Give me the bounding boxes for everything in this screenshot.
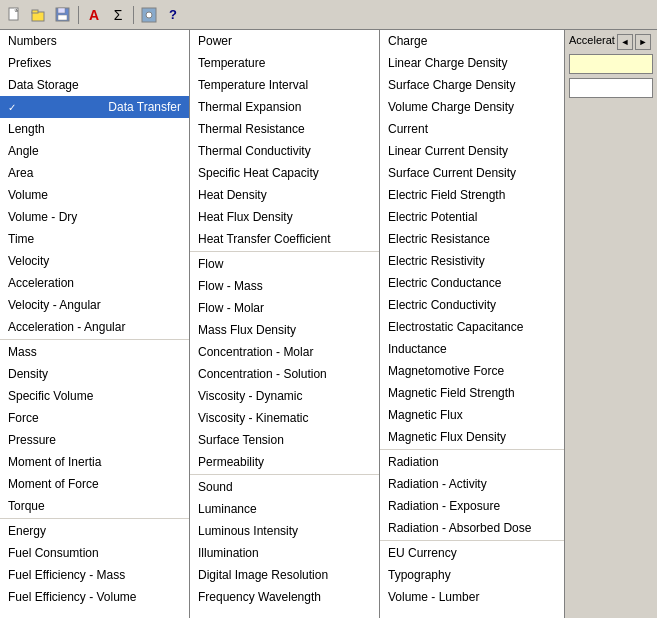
col2-item-12[interactable]: Flow - Molar [190, 297, 379, 319]
scroll-right-button[interactable]: ► [635, 34, 651, 50]
col3-item-15[interactable]: Magnetomotive Force [380, 360, 564, 382]
panel-input-1[interactable] [569, 54, 653, 74]
col1-item-4[interactable]: Length [0, 118, 189, 140]
col2-item-15[interactable]: Concentration - Solution [190, 363, 379, 385]
col3-item-1[interactable]: Linear Charge Density [380, 52, 564, 74]
col1-item-2[interactable]: Data Storage [0, 74, 189, 96]
col1-item-15[interactable]: Density [0, 363, 189, 385]
col2-item-8[interactable]: Heat Flux Density [190, 206, 379, 228]
col1-item-22[interactable]: Energy [0, 520, 189, 542]
col3-item-24[interactable]: Typography [380, 564, 564, 586]
col3-item-23[interactable]: EU Currency [380, 542, 564, 564]
col3-item-8[interactable]: Electric Potential [380, 206, 564, 228]
col2-item-20[interactable]: Sound [190, 476, 379, 498]
menu-item-label: Specific Heat Capacity [198, 166, 319, 180]
col1-menu[interactable]: NumbersPrefixesData Storage✓Data Transfe… [0, 30, 190, 618]
col3-item-18[interactable]: Magnetic Flux Density [380, 426, 564, 448]
col3-item-20[interactable]: Radiation - Activity [380, 473, 564, 495]
menu-item-label: Inductance [388, 342, 447, 356]
col1-item-23[interactable]: Fuel Consumtion [0, 542, 189, 564]
col3-item-10[interactable]: Electric Resistivity [380, 250, 564, 272]
col2-item-1[interactable]: Temperature [190, 52, 379, 74]
col1-item-24[interactable]: Fuel Efficiency - Mass [0, 564, 189, 586]
col1-item-13[interactable]: Acceleration - Angular [0, 316, 189, 338]
menu-item-label: Flow [198, 257, 223, 271]
col3-item-0[interactable]: Charge [380, 30, 564, 52]
col3-item-22[interactable]: Radiation - Absorbed Dose [380, 517, 564, 539]
col2-item-18[interactable]: Surface Tension [190, 429, 379, 451]
col3-item-12[interactable]: Electric Conductivity [380, 294, 564, 316]
col2-item-5[interactable]: Thermal Conductivity [190, 140, 379, 162]
col3-item-17[interactable]: Magnetic Flux [380, 404, 564, 426]
font-button[interactable]: A [83, 4, 105, 26]
menu-item-label: Angle [8, 144, 39, 158]
help-button[interactable]: ? [162, 4, 184, 26]
col1-item-11[interactable]: Acceleration [0, 272, 189, 294]
col1-item-5[interactable]: Angle [0, 140, 189, 162]
col3-item-3[interactable]: Volume Charge Density [380, 96, 564, 118]
col3-item-2[interactable]: Surface Charge Density [380, 74, 564, 96]
col2-item-6[interactable]: Specific Heat Capacity [190, 162, 379, 184]
col3-menu[interactable]: ChargeLinear Charge DensitySurface Charg… [380, 30, 565, 618]
col1-item-10[interactable]: Velocity [0, 250, 189, 272]
scroll-left-button[interactable]: ◄ [617, 34, 633, 50]
col1-item-0[interactable]: Numbers [0, 30, 189, 52]
col3-item-14[interactable]: Inductance [380, 338, 564, 360]
col1-item-18[interactable]: Pressure [0, 429, 189, 451]
col1-item-7[interactable]: Volume [0, 184, 189, 206]
col2-item-4[interactable]: Thermal Resistance [190, 118, 379, 140]
col1-item-14[interactable]: Mass [0, 341, 189, 363]
menu-item-label: Moment of Force [8, 477, 99, 491]
col3-item-19[interactable]: Radiation [380, 451, 564, 473]
col1-item-6[interactable]: Area [0, 162, 189, 184]
col1-item-16[interactable]: Specific Volume [0, 385, 189, 407]
col2-item-2[interactable]: Temperature Interval [190, 74, 379, 96]
col1-item-19[interactable]: Moment of Inertia [0, 451, 189, 473]
col1-item-9[interactable]: Time [0, 228, 189, 250]
settings-icon [141, 7, 157, 23]
col3-item-25[interactable]: Volume - Lumber [380, 586, 564, 608]
col1-item-1[interactable]: Prefixes [0, 52, 189, 74]
col2-item-22[interactable]: Luminous Intensity [190, 520, 379, 542]
col3-item-4[interactable]: Current [380, 118, 564, 140]
col2-item-3[interactable]: Thermal Expansion [190, 96, 379, 118]
panel-input-2[interactable] [569, 78, 653, 98]
col2-item-21[interactable]: Luminance [190, 498, 379, 520]
menu-item-label: Magnetic Field Strength [388, 386, 515, 400]
col2-item-0[interactable]: Power [190, 30, 379, 52]
col2-item-16[interactable]: Viscosity - Dynamic [190, 385, 379, 407]
col2-item-25[interactable]: Frequency Wavelength [190, 586, 379, 608]
col2-item-11[interactable]: Flow - Mass [190, 275, 379, 297]
col2-item-19[interactable]: Permeability [190, 451, 379, 473]
menu-item-label: Viscosity - Kinematic [198, 411, 308, 425]
settings-button[interactable] [138, 4, 160, 26]
col1-item-20[interactable]: Moment of Force [0, 473, 189, 495]
col2-item-17[interactable]: Viscosity - Kinematic [190, 407, 379, 429]
col3-item-11[interactable]: Electric Conductance [380, 272, 564, 294]
col2-item-14[interactable]: Concentration - Molar [190, 341, 379, 363]
col3-item-21[interactable]: Radiation - Exposure [380, 495, 564, 517]
col2-item-24[interactable]: Digital Image Resolution [190, 564, 379, 586]
new-button[interactable] [4, 4, 26, 26]
col3-item-13[interactable]: Electrostatic Capacitance [380, 316, 564, 338]
col2-item-23[interactable]: Illumination [190, 542, 379, 564]
col2-item-13[interactable]: Mass Flux Density [190, 319, 379, 341]
col3-item-9[interactable]: Electric Resistance [380, 228, 564, 250]
open-button[interactable] [28, 4, 50, 26]
save-button[interactable] [52, 4, 74, 26]
col2-item-7[interactable]: Heat Density [190, 184, 379, 206]
col3-item-16[interactable]: Magnetic Field Strength [380, 382, 564, 404]
col3-item-5[interactable]: Linear Current Density [380, 140, 564, 162]
sigma-button[interactable]: Σ [107, 4, 129, 26]
col2-menu[interactable]: PowerTemperatureTemperature IntervalTher… [190, 30, 380, 618]
col1-item-25[interactable]: Fuel Efficiency - Volume [0, 586, 189, 608]
col2-item-9[interactable]: Heat Transfer Coefficient [190, 228, 379, 250]
col3-item-6[interactable]: Surface Current Density [380, 162, 564, 184]
col1-item-8[interactable]: Volume - Dry [0, 206, 189, 228]
col1-item-17[interactable]: Force [0, 407, 189, 429]
col3-item-7[interactable]: Electric Field Strength [380, 184, 564, 206]
col2-item-10[interactable]: Flow [190, 253, 379, 275]
col1-item-21[interactable]: Torque [0, 495, 189, 517]
col1-item-12[interactable]: Velocity - Angular [0, 294, 189, 316]
col1-item-3[interactable]: ✓Data Transfer [0, 96, 189, 118]
